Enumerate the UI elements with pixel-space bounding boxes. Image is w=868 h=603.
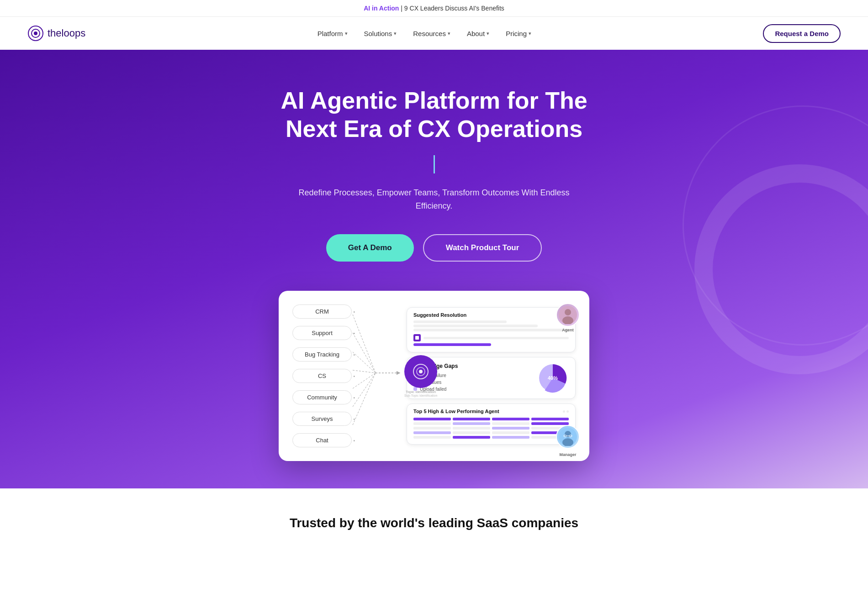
agents-table — [413, 417, 569, 440]
table-row-1 — [413, 421, 569, 426]
sub-topic-id-label: Sub-Topic Identification — [404, 394, 437, 397]
agents-header: Top 5 High & Low Performing Agent — [413, 409, 569, 414]
svg-line-4 — [353, 333, 376, 373]
chevron-down-icon: ▾ — [345, 31, 348, 37]
svg-line-5 — [353, 352, 376, 373]
svg-line-3 — [353, 315, 376, 373]
trusted-title: Trusted by the world's leading SaaS comp… — [18, 516, 850, 530]
header-cell-1 — [413, 418, 451, 420]
agents-panel-dots — [563, 410, 569, 413]
node-support: Support — [292, 326, 352, 340]
svg-point-15 — [565, 309, 571, 315]
center-logo: Topic Identification Sub-Topic Identific… — [404, 355, 437, 397]
agent-label: Agent — [556, 328, 580, 332]
chevron-down-icon: ▾ — [529, 31, 531, 37]
table-row-3 — [413, 430, 569, 435]
svg-line-7 — [353, 373, 376, 388]
logo-text: theloops — [48, 27, 85, 39]
chevron-down-icon: ▾ — [448, 31, 450, 37]
node-chat: Chat — [292, 433, 352, 447]
hero-subtitle: Redefine Processes, Empower Teams, Trans… — [288, 186, 580, 213]
header-cell-2 — [453, 418, 490, 420]
panel-agents: Top 5 High & Low Performing Agent — [407, 404, 576, 445]
suggested-resolution-title: Suggested Resolution — [413, 312, 466, 318]
panel-purple-line — [413, 343, 491, 346]
svg-line-9 — [353, 373, 376, 425]
nav-item-about[interactable]: About ▾ — [467, 30, 489, 37]
svg-point-20 — [565, 431, 571, 437]
watch-tour-button[interactable]: Watch Product Tour — [423, 234, 542, 262]
nav-item-pricing[interactable]: Pricing ▾ — [506, 30, 531, 37]
node-surveys: Surveys — [292, 412, 352, 426]
dot-1 — [563, 410, 565, 413]
agents-title: Top 5 High & Low Performing Agent — [413, 409, 499, 414]
svg-line-6 — [353, 370, 376, 373]
navbar: theloops Platform ▾ Solutions ▾ Resource… — [0, 17, 868, 50]
logo-icon — [27, 25, 44, 42]
panel-line-2 — [413, 325, 538, 327]
svg-point-2 — [34, 31, 37, 35]
table-header-row — [413, 417, 569, 421]
panel-line-3 — [413, 329, 569, 331]
node-list: CRM Support Bug Tracking CS Community Su… — [292, 304, 352, 447]
manager-avatar — [556, 425, 580, 449]
agent-avatar — [556, 303, 580, 327]
manager-label: Manager — [556, 452, 580, 457]
nav-item-resources[interactable]: Resources ▾ — [413, 30, 450, 37]
pie-chart: 40% — [537, 362, 569, 394]
banner-link[interactable]: AI in Action — [364, 5, 399, 12]
table-row-4 — [413, 435, 569, 440]
nav-item-solutions[interactable]: Solutions ▾ — [364, 30, 397, 37]
hero-title: AI Agentic Platform for The Next Era of … — [274, 86, 594, 143]
header-cell-3 — [492, 418, 529, 420]
node-crm: CRM — [292, 304, 352, 319]
dashboard-preview: CRM Support Bug Tracking CS Community Su… — [279, 291, 589, 461]
dot-2 — [566, 410, 569, 413]
get-demo-button[interactable]: Get A Demo — [326, 234, 414, 262]
node-cs: CS — [292, 369, 352, 383]
trusted-section: Trusted by the world's leading SaaS comp… — [0, 488, 868, 549]
svg-point-13 — [419, 370, 423, 373]
action-line — [423, 337, 569, 339]
nav-links: Platform ▾ Solutions ▾ Resources ▾ About… — [318, 30, 531, 37]
action-icon — [413, 334, 421, 341]
logo[interactable]: theloops — [27, 25, 85, 42]
request-demo-button[interactable]: Request a Demo — [763, 24, 841, 43]
panel-line-1 — [413, 320, 507, 323]
hero-divider — [434, 155, 435, 173]
nav-item-platform[interactable]: Platform ▾ — [318, 30, 348, 37]
table-row-2 — [413, 426, 569, 430]
svg-line-8 — [353, 373, 376, 407]
panel-actions — [413, 334, 569, 341]
header-cell-4 — [531, 418, 569, 420]
chevron-down-icon: ▾ — [487, 31, 489, 37]
hero-buttons: Get A Demo Watch Product Tour — [326, 234, 542, 262]
top-banner: AI in Action | 9 CX Leaders Discuss AI's… — [0, 0, 868, 17]
panel-suggested-resolution: Suggested Resolution — [407, 307, 576, 352]
connecting-lines — [353, 304, 380, 441]
banner-separator: | — [401, 5, 402, 12]
chevron-down-icon: ▾ — [394, 31, 397, 37]
banner-text: 9 CX Leaders Discuss AI's Benefits — [404, 5, 504, 12]
topic-id-label: Topic Identification — [404, 390, 437, 394]
hero-section: AI Agentic Platform for The Next Era of … — [0, 50, 868, 488]
node-bug-tracking: Bug Tracking — [292, 347, 352, 362]
svg-text:40%: 40% — [548, 375, 558, 381]
node-community: Community — [292, 390, 352, 404]
